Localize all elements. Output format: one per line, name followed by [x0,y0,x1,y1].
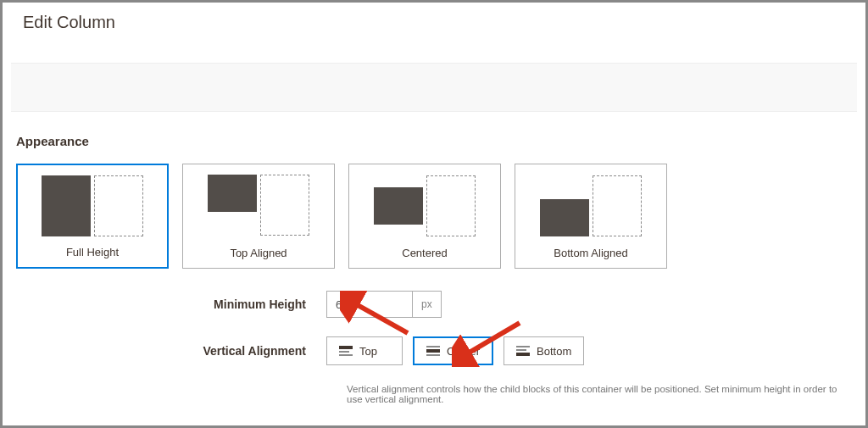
toolbar-placeholder [11,63,857,112]
valign-option-bottom[interactable]: Bottom [504,336,584,365]
align-bottom-icon [516,346,530,356]
valign-option-top[interactable]: Top [326,336,403,365]
valign-option-label: Top [359,345,377,358]
appearance-options: Full Height Top Aligned Centered Botto [16,164,852,269]
align-center-icon [426,346,440,356]
align-top-icon [339,346,353,356]
dialog-title: Edit Column [3,3,865,63]
appearance-option-top-aligned[interactable]: Top Aligned [182,164,335,269]
appearance-option-label: Centered [402,247,447,268]
label-minimum-height: Minimum Height [16,297,326,311]
label-vertical-alignment: Vertical Alignment [16,344,326,358]
minimum-height-input[interactable] [326,291,413,318]
appearance-option-label: Bottom Aligned [554,247,627,268]
appearance-option-centered[interactable]: Centered [348,164,501,269]
valign-option-label: Bottom [537,345,571,358]
appearance-preview-full-height [18,165,167,246]
section-title-appearance: Appearance [16,134,852,148]
vertical-alignment-hint: Vertical alignment controls how the chil… [347,384,852,404]
vertical-alignment-options: Top Center Bottom [326,336,584,365]
appearance-option-label: Top Aligned [230,247,287,268]
appearance-preview-centered [349,164,500,247]
minimum-height-unit: px [413,291,442,318]
minimum-height-input-group: px [326,291,442,318]
appearance-option-label: Full Height [66,246,119,267]
valign-option-center[interactable]: Center [413,336,493,365]
appearance-preview-bottom-aligned [515,164,666,247]
valign-option-label: Center [447,345,480,358]
appearance-preview-top-aligned [183,164,334,247]
appearance-option-bottom-aligned[interactable]: Bottom Aligned [515,164,667,269]
appearance-option-full-height[interactable]: Full Height [16,164,169,269]
